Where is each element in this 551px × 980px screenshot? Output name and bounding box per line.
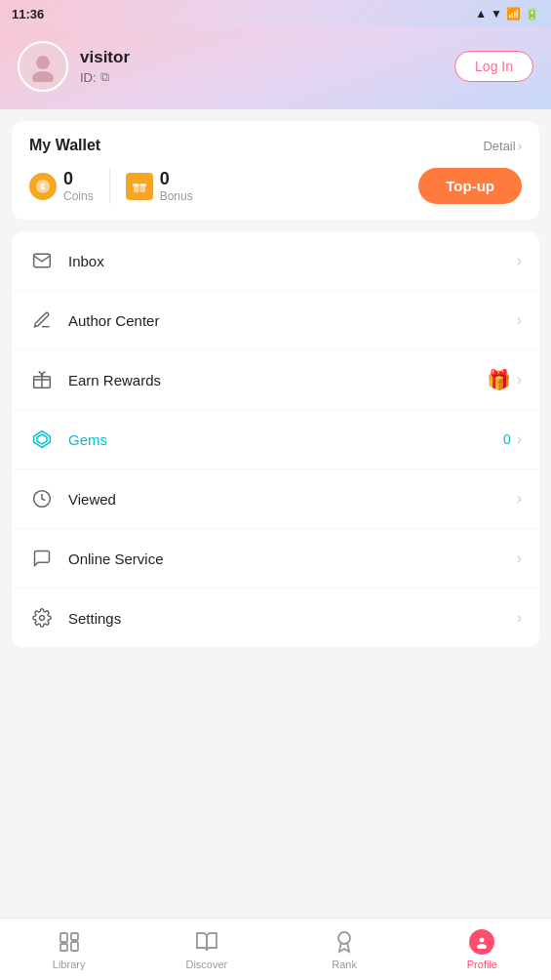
discover-label: Discover: [185, 959, 227, 970]
topup-button[interactable]: Top-up: [418, 168, 522, 204]
rank-icon: [332, 929, 357, 955]
online-service-label: Online Service: [68, 551, 517, 567]
svg-text:¢: ¢: [40, 182, 46, 192]
earn-rewards-icon: [29, 367, 55, 392]
gems-icon: [29, 427, 55, 452]
bottom-nav: Library Discover Rank: [0, 918, 551, 980]
id-label: ID:: [80, 70, 97, 85]
rank-label: Rank: [332, 959, 357, 970]
username: visitor: [80, 48, 130, 67]
menu-item-online-service[interactable]: Online Service ›: [12, 529, 539, 589]
profile-avatar-small: [469, 929, 494, 955]
inbox-chevron: ›: [517, 252, 522, 269]
detail-label: Detail: [483, 139, 515, 153]
online-service-right: ›: [517, 550, 522, 567]
menu-item-inbox[interactable]: Inbox ›: [12, 231, 539, 291]
viewed-icon: [29, 486, 55, 511]
gems-label: Gems: [68, 431, 503, 448]
gems-chevron: ›: [517, 430, 522, 448]
menu-item-author-center[interactable]: Author Center ›: [12, 291, 539, 350]
earn-rewards-label: Earn Rewards: [68, 372, 487, 388]
online-service-chevron: ›: [517, 550, 522, 567]
settings-label: Settings: [68, 610, 517, 627]
header-left: visitor ID: ⧉: [18, 41, 130, 92]
gems-right: 0 ›: [503, 430, 522, 448]
author-center-right: ›: [517, 311, 522, 329]
coins-amount: 0: [63, 170, 94, 187]
wallet-divider: [109, 169, 110, 204]
viewed-right: ›: [517, 490, 522, 508]
wifi-icon: ▼: [491, 7, 502, 20]
inbox-icon: [29, 248, 55, 273]
coins-label: Coins: [63, 189, 94, 203]
svg-point-1: [32, 71, 54, 82]
discover-icon: [194, 929, 219, 955]
earn-rewards-right: 🎁 ›: [487, 368, 522, 391]
settings-chevron: ›: [517, 609, 522, 627]
gems-badge: 0: [503, 431, 511, 447]
nav-item-library[interactable]: Library: [0, 921, 138, 978]
login-button[interactable]: Log In: [454, 51, 533, 82]
status-time: 11:36: [12, 7, 44, 21]
earn-rewards-chevron: ›: [517, 371, 522, 388]
settings-icon: [29, 605, 55, 631]
menu-card: Inbox › Author Center ›: [12, 231, 539, 647]
svg-rect-13: [60, 944, 67, 951]
menu-item-viewed[interactable]: Viewed ›: [12, 470, 539, 529]
library-icon: [57, 929, 82, 955]
wallet-card: My Wallet Detail › ¢ 0 Coins: [12, 121, 539, 220]
library-label: Library: [53, 959, 86, 970]
network-icon: ▲: [475, 7, 487, 20]
coins-item: ¢ 0 Coins: [29, 170, 94, 203]
user-id: ID: ⧉: [80, 69, 130, 85]
menu-item-settings[interactable]: Settings ›: [12, 589, 539, 647]
svg-marker-9: [37, 434, 47, 444]
viewed-chevron: ›: [517, 490, 522, 508]
nav-item-rank[interactable]: Rank: [276, 921, 413, 978]
svg-point-11: [40, 616, 45, 621]
wallet-detail-link[interactable]: Detail ›: [483, 139, 522, 153]
profile-label: Profile: [467, 959, 497, 970]
inbox-label: Inbox: [68, 253, 517, 269]
svg-point-16: [338, 932, 350, 944]
online-service-icon: [29, 546, 55, 571]
svg-point-18: [477, 944, 487, 949]
svg-point-0: [36, 56, 50, 69]
menu-item-earn-rewards[interactable]: Earn Rewards 🎁 ›: [12, 350, 539, 410]
avatar: [18, 41, 68, 92]
svg-rect-12: [60, 933, 67, 942]
svg-rect-15: [71, 942, 78, 951]
copy-icon[interactable]: ⧉: [100, 69, 109, 85]
wallet-body: ¢ 0 Coins 0 B: [29, 168, 522, 204]
nav-item-discover[interactable]: Discover: [138, 921, 275, 978]
bonus-label: Bonus: [160, 189, 193, 203]
status-bar: 11:36 ▲ ▼ 📶 🔋: [0, 0, 551, 27]
bonus-icon: [126, 173, 153, 200]
settings-right: ›: [517, 609, 522, 627]
author-center-chevron: ›: [517, 311, 522, 329]
coins-block: 0 Coins: [63, 170, 94, 203]
main-content: My Wallet Detail › ¢ 0 Coins: [0, 109, 551, 921]
viewed-label: Viewed: [68, 491, 517, 508]
header: visitor ID: ⧉ Log In: [0, 27, 551, 109]
wallet-title: My Wallet: [29, 137, 100, 154]
wallet-header: My Wallet Detail ›: [29, 137, 522, 154]
bonus-amount: 0: [160, 170, 193, 187]
bonus-block: 0 Bonus: [160, 170, 193, 203]
author-center-label: Author Center: [68, 312, 517, 329]
svg-point-17: [479, 937, 485, 943]
status-icons: ▲ ▼ 📶 🔋: [475, 7, 539, 20]
gift-icon: 🎁: [487, 368, 511, 391]
inbox-right: ›: [517, 252, 522, 269]
nav-item-profile[interactable]: Profile: [413, 921, 551, 978]
user-info: visitor ID: ⧉: [80, 48, 130, 85]
coin-icon: ¢: [29, 173, 57, 200]
signal-icon: 📶: [506, 7, 521, 20]
author-center-icon: [29, 307, 55, 333]
profile-nav-icon: [469, 929, 494, 955]
detail-chevron: ›: [518, 139, 522, 153]
battery-icon: 🔋: [525, 7, 539, 20]
svg-rect-14: [71, 933, 78, 940]
bonus-item: 0 Bonus: [126, 170, 193, 203]
menu-item-gems[interactable]: Gems 0 ›: [12, 410, 539, 470]
